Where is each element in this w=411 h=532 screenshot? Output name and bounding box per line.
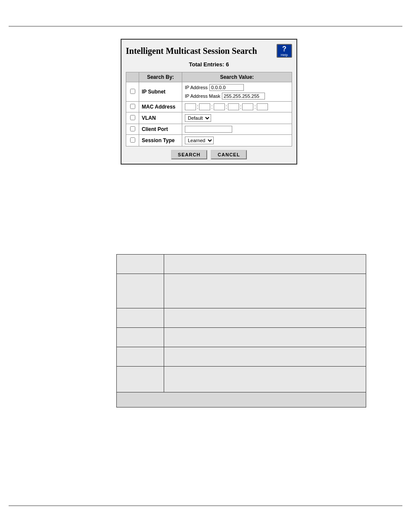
result-col1 [117,255,164,274]
client-port-label: Client Port [139,124,182,135]
mac-sep-1: : [197,104,198,110]
mac-address-label: MAC Address [139,102,182,112]
result-col1 [117,308,164,328]
mac-octet-2[interactable] [199,103,210,110]
results-table-container [116,254,366,408]
help-label: Help [281,53,288,57]
help-icon: ? [282,45,286,53]
search-button[interactable]: SEARCH [171,150,207,159]
table-row [117,274,366,308]
mac-sep-2: : [211,104,212,110]
ip-address-input[interactable] [209,84,244,91]
table-row: VLAN Default [126,112,292,124]
ip-subnet-label: IP Subnet [139,82,182,102]
ip-subnet-value: IP Address IP Address Mask [182,82,292,102]
ip-subnet-checkbox[interactable] [130,89,135,94]
table-row: Session Type Learned Static [126,135,292,146]
mac-sep-4: : [240,104,241,110]
button-row: SEARCH CANCEL [126,150,292,159]
result-col2 [164,274,366,308]
mac-sep-5: : [254,104,255,110]
vlan-checkbox-cell [126,112,139,124]
result-col1 [117,328,164,347]
table-footer [117,392,366,408]
mac-octet-4[interactable] [228,103,239,110]
dialog-header: Intelligent Multicast Session Search ? H… [126,44,292,58]
checkbox-header [126,72,139,82]
table-row: Client Port [126,124,292,135]
result-col1 [117,347,164,367]
ip-address-line: IP Address [185,84,289,91]
table-row: MAC Address : : : : : [126,102,292,112]
table-row [117,328,366,347]
mac-address-checkbox[interactable] [130,104,135,109]
result-col2 [164,328,366,347]
vlan-select[interactable]: Default [185,114,211,122]
total-entries: Total Entries: 6 [126,61,292,68]
ip-mask-line: IP Address Mask [185,93,289,100]
table-row: IP Subnet IP Address IP Address Mask [126,82,292,102]
client-port-checkbox[interactable] [130,126,135,131]
mac-octet-3[interactable] [214,103,225,110]
client-port-input[interactable] [185,126,232,133]
mac-octet-6[interactable] [257,103,268,110]
client-port-checkbox-cell [126,124,139,135]
mac-address-value: : : : : : [182,102,292,112]
dialog-title: Intelligent Multicast Session Search [126,46,257,56]
session-type-label: Session Type [139,135,182,146]
client-port-value [182,124,292,135]
ip-mask-input[interactable] [222,93,265,100]
ip-subnet-checkbox-cell [126,82,139,102]
mac-octet-5[interactable] [242,103,253,110]
result-col2 [164,367,366,392]
table-row [117,367,366,392]
result-col2 [164,347,366,367]
search-table: Search By: Search Value: IP Subnet IP Ad… [126,72,292,146]
mac-octet-1[interactable] [185,103,196,110]
result-col2 [164,255,366,274]
session-type-checkbox-cell [126,135,139,146]
result-col2 [164,308,366,328]
session-type-value: Learned Static [182,135,292,146]
table-row [117,347,366,367]
vlan-value: Default [182,112,292,124]
ip-address-label: IP Address [185,85,208,90]
mac-checkbox-cell [126,102,139,112]
mac-sep-3: : [226,104,227,110]
help-button[interactable]: ? Help [277,44,292,58]
cancel-button[interactable]: CANCEL [211,150,247,159]
table-row [117,255,366,274]
bottom-divider [9,505,402,506]
table-footer-row [117,392,366,408]
search-by-header: Search By: [139,72,182,82]
top-divider [9,26,402,27]
vlan-checkbox[interactable] [130,115,135,120]
session-type-select[interactable]: Learned Static [185,137,214,144]
results-table [116,254,366,408]
mac-address-inputs: : : : : : [185,103,289,110]
table-row [117,308,366,328]
search-dialog: Intelligent Multicast Session Search ? H… [121,39,297,165]
session-type-checkbox[interactable] [130,137,135,143]
result-col1 [117,274,164,308]
search-value-header: Search Value: [182,72,292,82]
result-col1 [117,367,164,392]
vlan-label: VLAN [139,112,182,124]
ip-mask-label: IP Address Mask [185,93,220,99]
